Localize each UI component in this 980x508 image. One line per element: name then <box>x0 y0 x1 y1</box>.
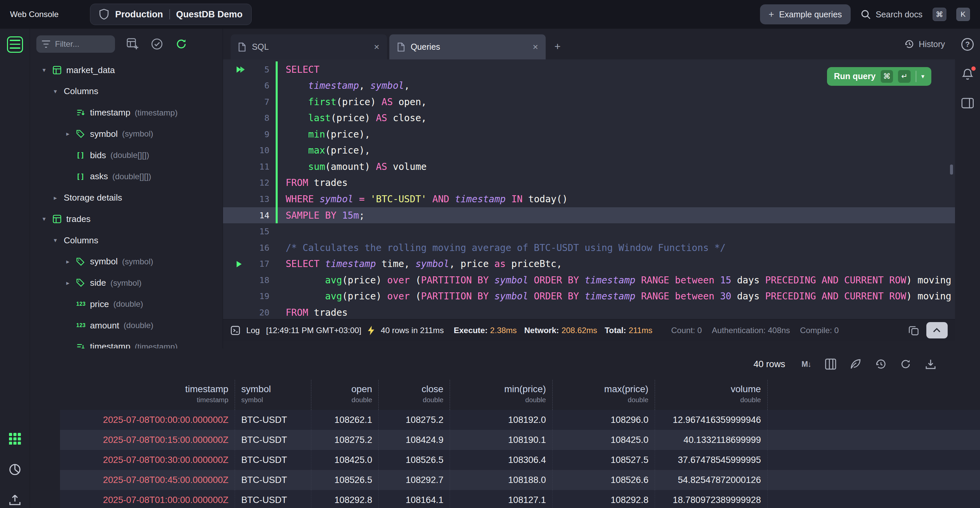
import-upload-icon[interactable] <box>9 493 21 506</box>
tabs: SQL×Queries× <box>231 34 546 59</box>
column-header-max-price[interactable]: max(price)double <box>553 380 655 410</box>
questdb-web-console: Web Console Production QuestDB Demo + Ex… <box>0 0 980 508</box>
main-panel: SQL×Queries× + History 5SELECT6 timestam… <box>223 29 955 348</box>
new-tab-button[interactable]: + <box>554 42 561 52</box>
column-header-min-price[interactable]: min(price)double <box>450 380 553 410</box>
query-selection-bar <box>276 191 278 207</box>
tree-item-price[interactable]: 123price(double) <box>30 293 223 315</box>
query-history-icon[interactable] <box>875 358 886 370</box>
copy-icon[interactable] <box>908 326 919 335</box>
tree-item-side[interactable]: ▸side(symbol) <box>30 272 223 294</box>
instance-badge[interactable]: Production QuestDB Demo <box>90 4 252 25</box>
pie-chart-icon[interactable] <box>9 463 21 476</box>
editor-scrollbar[interactable] <box>950 165 953 174</box>
code-line-15[interactable]: 15 <box>223 223 955 240</box>
tab-bar: SQL×Queries× + History <box>223 29 955 59</box>
result-row-count: 40 rows <box>753 359 785 369</box>
refresh-icon[interactable] <box>900 358 912 370</box>
tree-item-trades[interactable]: ▾trades <box>30 208 223 230</box>
instance-name: QuestDB Demo <box>176 9 242 20</box>
table-row[interactable]: 2025-07-08T00:15:00.000000ZBTC-USDT10827… <box>60 430 980 450</box>
tree-item-columns[interactable]: ▾Columns <box>30 230 223 251</box>
close-tab-icon[interactable]: × <box>533 42 538 53</box>
code-line-20[interactable]: 20FROM trades <box>223 304 955 319</box>
tree-item-label: price <box>90 299 109 309</box>
close-tab-icon[interactable]: × <box>374 42 379 53</box>
cell-close: 108164.1 <box>379 490 450 508</box>
history-button[interactable]: History <box>904 39 945 49</box>
quill-icon[interactable] <box>850 358 861 370</box>
column-header-symbol[interactable]: symbolsymbol <box>235 380 311 410</box>
column-type: symbol <box>241 396 305 404</box>
column-name: min(price) <box>457 383 546 396</box>
run-query-label: Run query <box>834 72 876 81</box>
table-row[interactable]: 2025-07-08T00:00:00.000000ZBTC-USDT10826… <box>60 410 980 430</box>
sql-editor[interactable]: 5SELECT6 timestamp, symbol,7 first(price… <box>223 59 955 319</box>
check-circle-icon[interactable] <box>150 37 164 51</box>
code-line-16[interactable]: 16/* Calculates the rolling moving avera… <box>223 240 955 256</box>
questdb-logo-icon[interactable] <box>7 37 23 53</box>
chevron-right-icon: ▸ <box>66 280 76 287</box>
tree-item-columns[interactable]: ▾Columns <box>30 81 223 102</box>
tree-item-symbol[interactable]: ▸symbol(symbol) <box>30 123 223 145</box>
code-line-7[interactable]: 7 first(price) AS open, <box>223 94 955 110</box>
code-line-19[interactable]: 19 avg(price) over (PARTITION BY symbol … <box>223 288 955 305</box>
cell-timestamp: 2025-07-08T00:00:00.000000Z <box>60 410 235 430</box>
code-line-17[interactable]: 17SELECT timestamp time, symbol, price a… <box>223 256 955 272</box>
table-row[interactable]: 2025-07-08T00:45:00.000000ZBTC-USDT10852… <box>60 470 980 490</box>
collapse-log-button[interactable] <box>926 322 948 339</box>
code-line-11[interactable]: 11 sum(amount) AS volume <box>223 158 955 175</box>
column-header-close[interactable]: closedouble <box>379 380 450 410</box>
add-table-icon[interactable] <box>126 37 139 51</box>
column-header-volume[interactable]: volumedouble <box>655 380 768 410</box>
run-query-button[interactable]: Run query ⌘ ↵ ▾ <box>827 67 931 86</box>
column-type: timestamp <box>66 396 229 404</box>
metric-value: 208.62ms <box>562 326 597 335</box>
code-line-14[interactable]: 14SAMPLE BY 15m; <box>223 207 955 224</box>
code-line-13[interactable]: 13WHERE symbol = 'BTC-USDT' AND timestam… <box>223 191 955 207</box>
schema-sidebar: ▾market_data▾Columnstimestamp(timestamp)… <box>30 29 223 348</box>
column-type: double <box>318 396 372 404</box>
example-queries-button[interactable]: + Example queries <box>760 4 851 24</box>
tree-item-timestamp[interactable]: timestamp(timestamp) <box>30 336 223 349</box>
run-line-icon[interactable] <box>235 260 248 268</box>
instance-env: Production <box>115 9 163 20</box>
column-header-open[interactable]: opendouble <box>311 380 379 410</box>
search-docs-button[interactable]: Search docs <box>861 10 923 19</box>
query-selection-bar <box>276 304 278 319</box>
tree-item-symbol[interactable]: ▸symbol(symbol) <box>30 251 223 272</box>
code-line-9[interactable]: 9 min(price), <box>223 126 955 142</box>
tab-queries[interactable]: Queries× <box>389 34 546 59</box>
k-key-icon: K <box>956 8 970 21</box>
markdown-icon[interactable]: M↓ <box>801 360 811 369</box>
table-row[interactable]: 2025-07-08T01:00:00.000000ZBTC-USDT10829… <box>60 490 980 508</box>
tables-grid-icon[interactable] <box>9 433 21 445</box>
table-row[interactable]: 2025-07-08T00:30:00.000000ZBTC-USDT10842… <box>60 450 980 470</box>
refresh-schema-icon[interactable] <box>174 37 188 51</box>
tree-item-market-data[interactable]: ▾market_data <box>30 59 223 81</box>
cmd-key-icon: ⌘ <box>933 8 947 21</box>
code-line-18[interactable]: 18 avg(price) over (PARTITION BY symbol … <box>223 272 955 288</box>
code-line-10[interactable]: 10 max(price), <box>223 142 955 159</box>
tree-item-amount[interactable]: 123amount(double) <box>30 315 223 336</box>
line-number: 6 <box>248 81 269 91</box>
tree-item-asks[interactable]: []asks(double[][]) <box>30 166 223 187</box>
table-columns-icon[interactable] <box>825 358 836 370</box>
column-header-timestamp[interactable]: timestamptimestamp <box>60 380 235 410</box>
tree-item-bids[interactable]: []bids(double[][]) <box>30 145 223 166</box>
panels-icon[interactable] <box>961 96 974 110</box>
cell-volume: 18.780972389999928 <box>655 490 768 508</box>
tab-sql[interactable]: SQL× <box>231 34 387 59</box>
help-icon[interactable]: ? <box>961 38 974 51</box>
tree-item-timestamp[interactable]: timestamp(timestamp) <box>30 102 223 123</box>
tree-item-storage-details[interactable]: ▸Storage details <box>30 187 223 209</box>
code-line-8[interactable]: 8 last(price) AS close, <box>223 110 955 126</box>
editor-lines: 5SELECT6 timestamp, symbol,7 first(price… <box>223 61 955 319</box>
chevron-down-icon[interactable]: ▾ <box>921 73 924 80</box>
code-line-12[interactable]: 12FROM trades <box>223 175 955 191</box>
notifications-bell-icon[interactable] <box>961 68 974 81</box>
query-selection-bar <box>276 207 278 224</box>
query-selection-bar <box>276 77 278 94</box>
run-line-icon[interactable] <box>235 66 248 73</box>
download-icon[interactable] <box>925 358 936 370</box>
